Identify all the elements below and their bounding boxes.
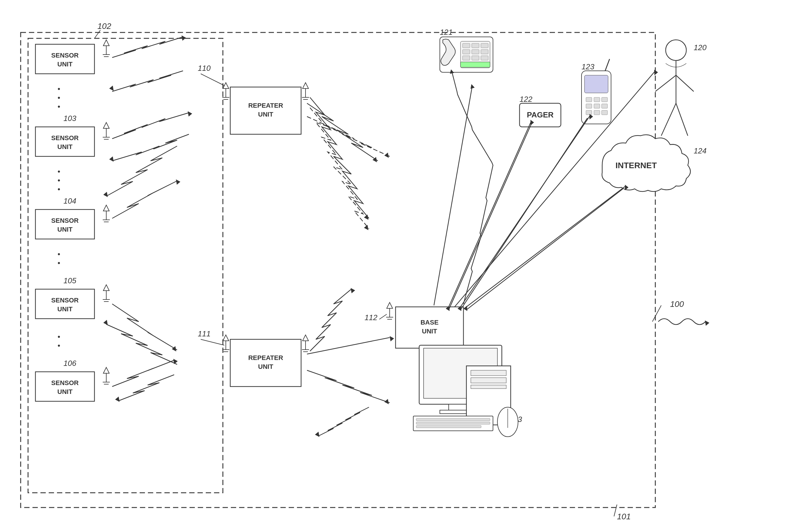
svg-text:BASE: BASE xyxy=(420,319,438,326)
svg-marker-116 xyxy=(384,153,389,158)
svg-rect-141 xyxy=(586,104,592,108)
svg-point-103 xyxy=(497,407,518,437)
svg-rect-126 xyxy=(481,50,488,54)
svg-rect-127 xyxy=(463,56,470,60)
svg-line-162 xyxy=(449,121,531,307)
svg-text:REPEATER: REPEATER xyxy=(248,102,283,109)
svg-line-152 xyxy=(661,103,676,136)
svg-text:•: • xyxy=(58,259,60,267)
svg-line-88 xyxy=(379,314,387,319)
svg-rect-139 xyxy=(594,97,600,102)
svg-rect-99 xyxy=(413,416,493,431)
svg-text:•: • xyxy=(58,84,60,93)
svg-rect-101 xyxy=(416,422,490,424)
svg-marker-169 xyxy=(457,306,461,311)
svg-line-2 xyxy=(653,305,661,322)
svg-marker-72 xyxy=(223,335,229,341)
svg-rect-97 xyxy=(471,378,506,383)
svg-marker-159 xyxy=(471,84,475,89)
svg-rect-145 xyxy=(594,110,600,115)
svg-marker-157 xyxy=(450,69,454,74)
svg-rect-136 xyxy=(584,75,608,93)
svg-text:106: 106 xyxy=(63,359,76,368)
svg-rect-129 xyxy=(481,56,488,60)
svg-marker-178 xyxy=(705,320,709,326)
svg-marker-63 xyxy=(303,83,308,89)
svg-marker-83 xyxy=(387,302,393,308)
svg-line-172 xyxy=(466,189,623,310)
svg-marker-173 xyxy=(464,306,467,311)
svg-rect-132 xyxy=(520,103,561,127)
svg-line-68 xyxy=(201,339,224,345)
svg-text:PAGER: PAGER xyxy=(527,110,554,119)
svg-text:SENSOR: SENSOR xyxy=(51,297,79,304)
svg-marker-163 xyxy=(530,120,534,126)
svg-marker-30 xyxy=(103,205,109,211)
svg-marker-59 xyxy=(223,83,229,89)
svg-rect-125 xyxy=(472,50,479,54)
svg-rect-5 xyxy=(35,44,94,74)
svg-line-3 xyxy=(614,505,617,516)
svg-rect-122 xyxy=(472,43,479,48)
svg-line-160 xyxy=(455,71,655,307)
svg-text:SENSOR: SENSOR xyxy=(51,134,79,141)
svg-text:•: • xyxy=(58,176,60,185)
svg-line-55 xyxy=(201,74,224,86)
svg-marker-112 xyxy=(103,320,108,325)
svg-marker-175 xyxy=(364,225,369,230)
svg-rect-93 xyxy=(449,404,472,410)
svg-marker-171 xyxy=(625,185,628,190)
svg-marker-165 xyxy=(446,306,450,311)
svg-rect-96 xyxy=(471,370,506,376)
svg-text:UNIT: UNIT xyxy=(258,363,274,370)
svg-point-148 xyxy=(666,40,686,60)
svg-text:103: 103 xyxy=(63,114,76,123)
svg-text:SENSOR: SENSOR xyxy=(51,379,79,386)
svg-text:UNIT: UNIT xyxy=(422,327,437,335)
svg-line-153 xyxy=(676,103,688,136)
svg-text:UNIT: UNIT xyxy=(57,388,73,395)
svg-marker-117 xyxy=(390,336,394,341)
svg-rect-92 xyxy=(423,348,497,398)
svg-line-90 xyxy=(484,404,508,420)
svg-line-166 xyxy=(460,115,590,307)
svg-text:•: • xyxy=(58,341,60,350)
svg-text:110: 110 xyxy=(198,64,211,73)
svg-marker-114 xyxy=(115,397,119,402)
ref-100: 100 xyxy=(670,300,684,309)
svg-text:•: • xyxy=(58,332,60,341)
svg-rect-128 xyxy=(472,56,479,60)
svg-marker-106 xyxy=(109,86,114,91)
svg-rect-123 xyxy=(481,43,488,48)
svg-marker-118 xyxy=(384,399,389,404)
svg-text:•: • xyxy=(58,185,60,193)
svg-text:123: 123 xyxy=(582,62,595,71)
svg-text:•: • xyxy=(58,93,60,102)
svg-rect-95 xyxy=(466,366,511,425)
svg-rect-142 xyxy=(594,104,600,108)
svg-marker-167 xyxy=(589,114,593,119)
svg-marker-108 xyxy=(109,156,114,162)
svg-text:•: • xyxy=(58,167,60,176)
svg-marker-50 xyxy=(103,367,109,373)
svg-line-4 xyxy=(94,30,100,38)
svg-rect-100 xyxy=(416,418,490,421)
svg-marker-111 xyxy=(172,346,176,352)
svg-rect-56 xyxy=(230,87,301,134)
svg-text:UNIT: UNIT xyxy=(57,226,73,233)
svg-marker-161 xyxy=(654,70,658,75)
svg-marker-174 xyxy=(364,214,369,220)
svg-text:122: 122 xyxy=(520,95,532,103)
svg-line-137 xyxy=(605,59,609,71)
svg-rect-69 xyxy=(230,339,301,386)
svg-marker-115 xyxy=(373,157,377,162)
svg-marker-113 xyxy=(173,359,178,364)
svg-rect-16 xyxy=(35,127,94,156)
svg-line-168 xyxy=(460,118,587,310)
svg-line-151 xyxy=(676,75,694,92)
svg-line-164 xyxy=(449,124,531,310)
svg-text:SENSOR: SENSOR xyxy=(51,52,79,59)
svg-rect-124 xyxy=(463,50,470,54)
svg-line-170 xyxy=(466,186,626,307)
svg-rect-143 xyxy=(602,104,607,108)
